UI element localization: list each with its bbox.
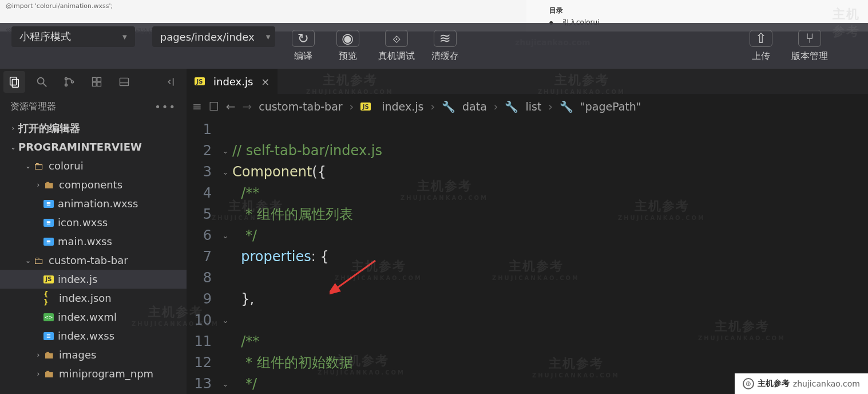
branch-icon: ⑂ [798, 30, 821, 47]
crumb-pagepath[interactable]: "pagePath" [580, 100, 641, 113]
svg-point-6 [72, 81, 74, 83]
css-file-icon: ≡ [43, 238, 54, 246]
svg-rect-1 [12, 79, 18, 87]
page-path-label: pages/index/index [160, 31, 255, 43]
crumb-list[interactable]: list [525, 100, 541, 113]
file-index-wxss[interactable]: ≡index.wxss [0, 326, 187, 345]
sidebar: 资源管理器 ••• ›打开的编辑器 ⌄PROGRAMINTERVIEW ⌄🗀co… [0, 69, 187, 394]
folder-icon: 🖿 [43, 179, 55, 191]
file-index-wxml[interactable]: <>index.wxml [0, 308, 187, 326]
wrench-icon: 🔧 [505, 100, 518, 113]
file-icon-wxss[interactable]: ≡icon.wxss [0, 213, 187, 232]
crumb-data[interactable]: data [462, 100, 487, 113]
bg-import-line: @import 'colorui/animation.wxss'; [6, 2, 521, 10]
gutter: 12345678910111213 [187, 119, 219, 394]
folder-custom-tab-bar[interactable]: ⌄🗀custom-tab-bar [0, 251, 187, 270]
file-main-wxss[interactable]: ≡main.wxss [0, 232, 187, 251]
compile-button[interactable]: ↻ 编译 [286, 26, 321, 65]
upload-button[interactable]: ⇧ 上传 [743, 26, 779, 65]
eye-icon: ◉ [336, 30, 359, 47]
close-icon[interactable]: × [261, 76, 269, 88]
open-editors-section[interactable]: ›打开的编辑器 [0, 119, 187, 137]
json-file-icon: { } [43, 293, 55, 304]
code-editor[interactable]: 12345678910111213 ⌄⌄ ⌄ ⌄ ⌄ // self-tab-b… [187, 119, 868, 394]
svg-rect-10 [97, 82, 101, 86]
folder-open-icon: 🗀 [33, 255, 45, 266]
folder-images[interactable]: ›🖿images [0, 345, 187, 364]
wrench-icon: 🔧 [560, 100, 573, 113]
css-file-icon: ≡ [43, 200, 54, 208]
refresh-icon: ↻ [292, 30, 315, 47]
chevron-down-icon: ▼ [266, 34, 271, 40]
crumb-file[interactable]: index.js [382, 100, 423, 113]
panel-icon[interactable] [113, 71, 135, 93]
svg-rect-0 [10, 77, 17, 85]
explorer-icon[interactable] [3, 71, 25, 93]
svg-rect-11 [120, 78, 129, 85]
svg-rect-9 [93, 82, 97, 86]
css-file-icon: ≡ [43, 332, 54, 340]
extensions-icon[interactable] [86, 71, 108, 93]
svg-point-2 [38, 78, 44, 84]
top-toolbar: 小程序模式 ▼ pages/index/index ▼ ↻ 编译 ◉ 预览 ⟐ … [0, 23, 868, 69]
preview-button[interactable]: ◉ 预览 [330, 26, 366, 65]
mode-label: 小程序模式 [19, 30, 71, 44]
git-icon[interactable] [58, 71, 80, 93]
folder-icon: 🖿 [43, 349, 55, 361]
folder-colorui[interactable]: ⌄🗀colorui [0, 156, 187, 175]
layers-icon: ≋ [434, 30, 457, 47]
folder-icon: 🖿 [43, 368, 55, 380]
explorer-title: 资源管理器 [10, 101, 56, 113]
brand-badge: ⊕ 主机参考 zhujicankao.com [735, 373, 868, 394]
project-root[interactable]: ⌄PROGRAMINTERVIEW [0, 137, 187, 156]
svg-rect-8 [97, 78, 101, 82]
svg-point-5 [65, 84, 68, 86]
bookmark-icon[interactable]: ☐ [209, 100, 219, 113]
more-button[interactable] [841, 26, 852, 65]
mode-select[interactable]: 小程序模式 ▼ [11, 26, 135, 47]
svg-line-3 [43, 84, 47, 87]
js-file-icon: JS [360, 103, 371, 111]
wrench-icon: 🔧 [442, 100, 455, 113]
breadcrumb: ≡ ☐ ← → custom-tab-bar› JSindex.js› 🔧dat… [187, 94, 868, 119]
real-device-debug-button[interactable]: ⟐ 真机调试 [375, 26, 418, 65]
collapse-icon[interactable] [161, 71, 183, 93]
editor-tabs: JS index.js × [187, 69, 868, 94]
folder-miniprogram-npm[interactable]: ›🖿miniprogram_npm [0, 364, 187, 383]
explorer-more-icon[interactable]: ••• [154, 101, 176, 113]
svg-point-4 [65, 78, 68, 80]
search-icon[interactable] [31, 71, 53, 93]
crumb-folder[interactable]: custom-tab-bar [259, 100, 342, 113]
clear-cache-button[interactable]: ≋ 清缓存 [427, 26, 463, 65]
file-index-js[interactable]: JSindex.js [0, 270, 187, 289]
tab-index-js[interactable]: JS index.js × [187, 69, 278, 94]
chevron-down-icon: ▼ [122, 34, 127, 40]
js-file-icon: JS [43, 275, 54, 283]
version-mgmt-button[interactable]: ⑂ 版本管理 [788, 26, 831, 65]
forward-icon[interactable]: → [242, 100, 252, 113]
brand-icon: ⊕ [743, 378, 754, 389]
fold-column[interactable]: ⌄⌄ ⌄ ⌄ ⌄ [219, 119, 232, 394]
more-icon [835, 36, 858, 53]
back-icon[interactable]: ← [226, 100, 236, 113]
js-file-icon: JS [195, 77, 205, 85]
folder-components[interactable]: ›🖿components [0, 175, 187, 194]
css-file-icon: ≡ [43, 219, 54, 227]
wxml-file-icon: <> [43, 313, 54, 321]
toc-title: 目录 [549, 6, 845, 15]
file-animation-wxss[interactable]: ≡animation.wxss [0, 194, 187, 213]
folder-open-icon: 🗀 [33, 160, 45, 172]
list-icon[interactable]: ≡ [192, 100, 202, 113]
page-path-select[interactable]: pages/index/index ▼ [152, 26, 275, 47]
file-index-json[interactable]: { }index.json [0, 289, 187, 308]
upload-icon: ⇧ [750, 30, 772, 47]
bug-icon: ⟐ [385, 30, 408, 47]
svg-rect-7 [93, 78, 97, 82]
tab-label: index.js [213, 76, 253, 88]
